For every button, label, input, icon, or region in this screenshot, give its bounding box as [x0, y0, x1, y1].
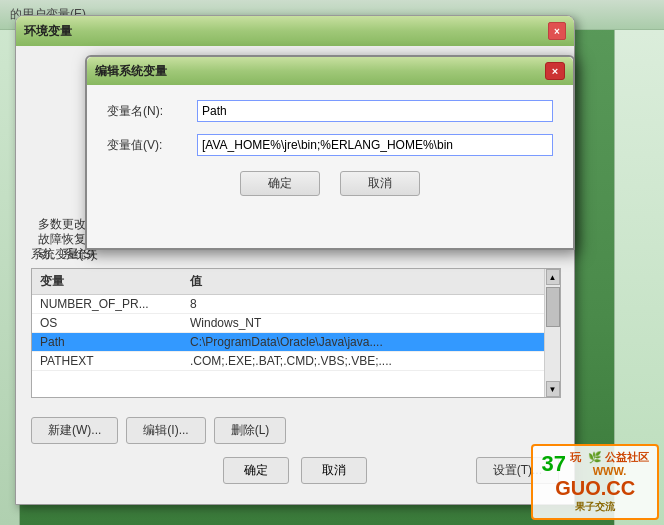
- var-name-label: 变量名(N):: [107, 103, 197, 120]
- sys-vars-section: 系统变量(S) 变量 值 NUMBER_OF_PR... 8 OS Window…: [31, 246, 561, 398]
- edit-ok-button[interactable]: 确定: [240, 171, 320, 196]
- watermark: 37 玩 🌿 公益社区 WWW. GUO.CC 果子交流: [531, 444, 659, 520]
- watermark-text-block: 玩 🌿 公益社区 WWW.: [570, 450, 649, 477]
- table-scrollbar[interactable]: ▲ ▼: [544, 269, 560, 397]
- edit-dialog-titlebar: 编辑系统变量 ×: [87, 57, 573, 85]
- table-row[interactable]: NUMBER_OF_PR... 8: [32, 295, 560, 314]
- edit-cancel-button[interactable]: 取消: [340, 171, 420, 196]
- var-name-row: 变量名(N):: [107, 100, 553, 122]
- edit-system-var-dialog: 编辑系统变量 × 变量名(N): 变量值(V): 确定 取消: [85, 55, 575, 250]
- col-header-val: 值: [182, 271, 210, 292]
- env-bottom-buttons: 新建(W)... 编辑(I)... 删除(L): [31, 417, 559, 444]
- table-cell-val: 8: [182, 295, 560, 313]
- var-value-input[interactable]: [197, 134, 553, 156]
- new-var-button[interactable]: 新建(W)...: [31, 417, 118, 444]
- table-cell-var: Path: [32, 333, 182, 351]
- table-cell-var: NUMBER_OF_PR...: [32, 295, 182, 313]
- edit-dialog-close-button[interactable]: ×: [545, 62, 565, 80]
- watermark-community: 公益社区: [605, 451, 649, 463]
- table-cell-var: OS: [32, 314, 182, 332]
- watermark-leaf-icon: 🌿: [588, 451, 602, 463]
- scrollbar-thumb[interactable]: [546, 287, 560, 327]
- edit-dialog-buttons: 确定 取消: [107, 171, 553, 196]
- watermark-guo: GUO.CC: [541, 477, 649, 500]
- env-dialog-title: 环境变量: [24, 23, 548, 40]
- var-value-label: 变量值(V):: [107, 137, 197, 154]
- watermark-top: 37 玩 🌿 公益社区 WWW.: [541, 450, 649, 477]
- scrollbar-up-button[interactable]: ▲: [546, 269, 560, 285]
- sys-vars-table[interactable]: 变量 值 NUMBER_OF_PR... 8 OS Windows_NT Pat…: [31, 268, 561, 398]
- env-dialog-close-button[interactable]: ×: [548, 22, 566, 40]
- edit-dialog-body: 变量名(N): 变量值(V): 确定 取消: [87, 85, 573, 211]
- col-header-var: 变量: [32, 271, 182, 292]
- edit-var-button[interactable]: 编辑(I)...: [126, 417, 205, 444]
- table-header: 变量 值: [32, 269, 560, 295]
- env-dialog-titlebar: 环境变量 ×: [16, 16, 574, 46]
- var-name-input[interactable]: [197, 100, 553, 122]
- table-cell-val: C:\ProgramData\Oracle\Java\java....: [182, 333, 560, 351]
- settings-row: 设置(T)...: [31, 457, 559, 484]
- watermark-www: WWW.: [570, 465, 649, 477]
- table-cell-var: PATHEXT: [32, 352, 182, 370]
- delete-var-button[interactable]: 删除(L): [214, 417, 287, 444]
- watermark-number: 37: [541, 451, 565, 477]
- table-row-path[interactable]: Path C:\ProgramData\Oracle\Java\java....: [32, 333, 560, 352]
- watermark-fruit: 果子交流: [541, 500, 649, 514]
- table-row[interactable]: OS Windows_NT: [32, 314, 560, 333]
- watermark-play: 玩: [570, 451, 581, 463]
- table-cell-val: Windows_NT: [182, 314, 560, 332]
- desktop: 的用户变量(E) 环境变量 × 多数更改， 故障恢复 动、系统失 系统变量(S)…: [0, 0, 664, 525]
- table-row[interactable]: PATHEXT .COM;.EXE;.BAT;.CMD;.VBS;.VBE;..…: [32, 352, 560, 371]
- edit-dialog-title: 编辑系统变量: [95, 63, 545, 80]
- var-value-row: 变量值(V):: [107, 134, 553, 156]
- scrollbar-down-button[interactable]: ▼: [546, 381, 560, 397]
- watermark-slogan: 玩 🌿 公益社区: [570, 450, 649, 465]
- table-cell-val: .COM;.EXE;.BAT;.CMD;.VBS;.VBE;....: [182, 352, 560, 370]
